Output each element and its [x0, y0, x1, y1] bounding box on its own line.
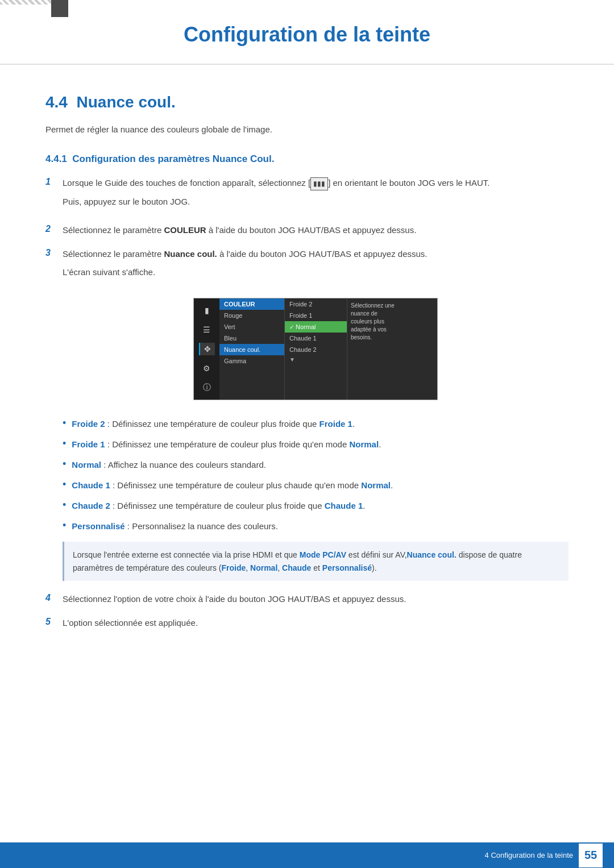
main-content: 4.4 Nuance coul. Permet de régler la nua… [0, 93, 614, 630]
step-number-5: 5 [45, 617, 63, 627]
note-text: Lorsque l'entrée externe est connectée v… [73, 549, 560, 574]
step-5: 5 L'option sélectionnée est appliquée. [45, 616, 569, 630]
submenu-item-froide2: Froide 2 [285, 298, 347, 310]
bullet-chaude1: • Chaude 1 : Définissez une température … [63, 479, 569, 492]
bullet-personnalise: • Personnalisé : Personnalisez la nuance… [63, 520, 569, 533]
submenu-item-chaude1: Chaude 1 [285, 333, 347, 344]
screen-help: Sélectionnez une nuance de couleurs plus… [347, 298, 399, 400]
step-1: 1 Lorsque le Guide des touches de foncti… [45, 176, 569, 213]
bullet-text-chaude2: Chaude 2 : Définissez une température de… [72, 499, 365, 513]
screen-submenu: Froide 2 Froide 1 Normal Chaude 1 Chaude… [285, 298, 347, 400]
bullet-dot: • [63, 437, 66, 451]
section-intro: Permet de régler la nuance des couleurs … [45, 123, 569, 136]
bullet-text-froide2: Froide 2 : Définissez une température de… [72, 417, 355, 431]
bullet-text-normal: Normal : Affichez la nuance des couleurs… [72, 458, 266, 472]
bullet-chaude2: • Chaude 2 : Définissez une température … [63, 499, 569, 513]
menu-header: COULEUR [219, 298, 284, 310]
submenu-item-normal: Normal [285, 321, 347, 333]
top-blue-block [51, 0, 68, 17]
step-4: 4 Sélectionnez l'option de votre choix à… [45, 592, 569, 606]
bullet-dot: • [63, 498, 66, 512]
menu-item-rouge: Rouge [219, 310, 284, 321]
step-number-1: 1 [45, 177, 63, 187]
step-content-3: Sélectionnez le paramètre Nuance coul. à… [63, 247, 569, 284]
bullet-text-froide1: Froide 1 : Définissez une température de… [72, 438, 381, 451]
subsection-heading: 4.4.1 Configuration des paramètres Nuanc… [45, 153, 569, 165]
bullet-dot: • [63, 457, 66, 471]
bullet-text-chaude1: Chaude 1 : Définissez une température de… [72, 479, 393, 492]
step-3: 3 Sélectionnez le paramètre Nuance coul.… [45, 247, 569, 284]
bullet-froide1: • Froide 1 : Définissez une température … [63, 438, 569, 451]
bullet-dot: • [63, 477, 66, 492]
screen-icon-color: ✥ [199, 343, 215, 355]
note-box: Lorsque l'entrée externe est connectée v… [63, 542, 569, 581]
menu-item-vert: Vert [219, 321, 284, 333]
bullet-normal: • Normal : Affichez la nuance des couleu… [63, 458, 569, 472]
step-content-1: Lorsque le Guide des touches de fonction… [63, 176, 569, 213]
screen-menu: COULEUR Rouge Vert Bleu Nuance coul. Gam… [219, 298, 285, 400]
bullet-list: • Froide 2 : Définissez une température … [63, 417, 569, 533]
submenu-item-froide1: Froide 1 [285, 310, 347, 321]
bullet-dot: • [63, 518, 66, 533]
screenshot: ▮ ☰ ✥ ⚙ ⓘ COULEUR Rouge Vert Bleu Nuance… [193, 298, 438, 400]
submenu-item-chaude2: Chaude 2 [285, 344, 347, 355]
page-header: Configuration de la teinte [0, 0, 614, 65]
menu-item-nuance: Nuance coul. [219, 344, 284, 355]
page-title: Configuration de la teinte [45, 23, 569, 47]
bullet-dot: • [63, 416, 66, 430]
step-number-2: 2 [45, 224, 63, 234]
submenu-arrow: ▼ [285, 355, 347, 364]
step-number-3: 3 [45, 248, 63, 258]
step-2: 2 Sélectionnez le paramètre COULEUR à l'… [45, 223, 569, 237]
step-number-4: 4 [45, 593, 63, 603]
menu-item-gamma: Gamma [219, 355, 284, 367]
menu-item-bleu: Bleu [219, 333, 284, 344]
step-content-5: L'option sélectionnée est appliquée. [63, 616, 569, 630]
screen-icon-menu: ☰ [199, 323, 215, 336]
screenshot-container: ▮ ☰ ✥ ⚙ ⓘ COULEUR Rouge Vert Bleu Nuance… [63, 298, 569, 400]
step-content-4: Sélectionnez l'option de votre choix à l… [63, 592, 569, 606]
screen-icon-settings: ⚙ [199, 362, 215, 375]
step-content-2: Sélectionnez le paramètre COULEUR à l'ai… [63, 223, 569, 237]
footer-text: 4 Configuration de la teinte [485, 851, 573, 859]
bullet-froide2: • Froide 2 : Définissez une température … [63, 417, 569, 431]
screen-icon-display: ▮ [199, 304, 215, 317]
section-heading: 4.4 Nuance coul. [45, 93, 569, 111]
footer-page-number: 55 [579, 844, 603, 867]
screen-sidebar: ▮ ☰ ✥ ⚙ ⓘ [194, 298, 219, 400]
page-footer: 4 Configuration de la teinte 55 [0, 842, 614, 868]
bullet-text-personnalise: Personnalisé : Personnalisez la nuance d… [72, 520, 278, 533]
screen-icon-info: ⓘ [199, 381, 215, 394]
